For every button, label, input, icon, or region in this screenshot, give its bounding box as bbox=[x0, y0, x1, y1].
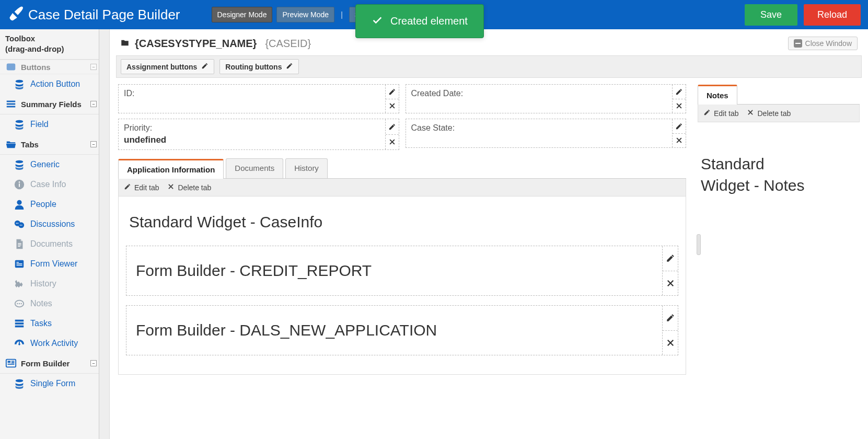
save-button[interactable]: Save bbox=[745, 4, 797, 26]
toolbox-item-history[interactable]: History bbox=[0, 274, 99, 294]
collapse-icon[interactable]: – bbox=[90, 360, 97, 366]
tab-history[interactable]: History bbox=[285, 158, 328, 178]
delete-field-button[interactable] bbox=[673, 133, 686, 148]
bars-icon bbox=[5, 98, 17, 110]
form-widget-title: Form Builder - CREDIT_REPORT bbox=[126, 246, 662, 295]
designer-canvas: {CASESYSTYPE_NAME} {CASEID} Close Window… bbox=[110, 29, 868, 439]
toolbox-item-documents[interactable]: Documents bbox=[0, 234, 99, 254]
edit-tab-button[interactable]: Edit tab bbox=[124, 183, 159, 192]
toolbox-item-people[interactable]: People bbox=[0, 194, 99, 214]
preview-mode-button[interactable]: Preview Mode bbox=[276, 7, 334, 22]
collapse-icon[interactable]: – bbox=[90, 101, 97, 107]
delete-widget-button[interactable] bbox=[663, 271, 678, 296]
form-widget-title: Form Builder - DALS_NEW_APPLICATION bbox=[126, 306, 662, 355]
edit-tab-button[interactable]: Edit tab bbox=[703, 109, 738, 118]
designer-mode-button[interactable]: Designer Mode bbox=[212, 7, 273, 22]
toolbox-item-case-info[interactable]: Case Info bbox=[0, 175, 99, 194]
collapse-icon[interactable]: – bbox=[90, 64, 97, 70]
tab-application-information[interactable]: Application Information bbox=[118, 159, 224, 179]
edit-field-button[interactable] bbox=[386, 119, 399, 134]
info-icon bbox=[14, 179, 25, 190]
sidebar-item-label: Documents bbox=[30, 239, 73, 249]
sidebar-item-label: Work Activity bbox=[30, 339, 78, 348]
sidebar-item-label: Form Viewer bbox=[30, 259, 77, 269]
close-window-button[interactable]: Close Window bbox=[788, 37, 858, 50]
delete-field-button[interactable] bbox=[386, 134, 399, 150]
summary-field-createddate[interactable]: Created Date: bbox=[406, 84, 687, 113]
x-icon bbox=[167, 183, 175, 192]
summary-field-casestate[interactable]: Case State: bbox=[406, 119, 687, 148]
delete-tab-button[interactable]: Delete tab bbox=[747, 109, 791, 118]
edit-field-button[interactable] bbox=[673, 85, 686, 99]
app-title: Case Detail Page Builder bbox=[7, 5, 180, 25]
toolbox-group-summary-fields[interactable]: Summary Fields – bbox=[0, 94, 99, 114]
tab-notes[interactable]: Notes bbox=[698, 85, 737, 105]
toolbox-title: Toolbox (drag-and-drop) bbox=[0, 29, 99, 60]
page-header-row: {CASESYSTYPE_NAME} {CASEID} Close Window bbox=[114, 29, 864, 55]
toolbox-item-work-activity[interactable]: Work Activity bbox=[0, 333, 99, 353]
main-tabset: Application InformationDocumentsHistory … bbox=[118, 158, 686, 375]
person-icon bbox=[14, 199, 25, 210]
action-button-bar: Assignment buttons Routing buttons bbox=[116, 55, 862, 78]
column-resize-handle[interactable] bbox=[697, 234, 701, 255]
toolbox-item-single-form[interactable]: Single Form bbox=[0, 374, 99, 394]
delete-tab-button[interactable]: Delete tab bbox=[167, 183, 211, 192]
sidebar-resize-gutter[interactable] bbox=[99, 29, 110, 439]
toolbox-sidebar: Toolbox (drag-and-drop) Buttons – Action… bbox=[0, 29, 99, 439]
tasks-icon bbox=[14, 318, 25, 329]
summary-field-id[interactable]: ID: bbox=[118, 84, 399, 113]
form-builder-widget[interactable]: Form Builder - CREDIT_REPORT bbox=[126, 246, 678, 296]
toolbox-group-buttons[interactable]: Buttons – bbox=[0, 60, 99, 74]
notes-icon bbox=[14, 298, 25, 309]
sidebar-item-label: Notes bbox=[30, 299, 52, 308]
sidebar-item-label: Case Info bbox=[30, 180, 66, 189]
toolbox-item-discussions[interactable]: Discussions bbox=[0, 214, 99, 234]
delete-field-button[interactable] bbox=[386, 99, 399, 113]
right-column: Notes Edit tab Delete tab Standard bbox=[698, 84, 860, 375]
sidebar-item-label: Generic bbox=[30, 160, 60, 169]
x-icon bbox=[747, 109, 754, 118]
edit-field-button[interactable] bbox=[386, 85, 399, 99]
reload-button[interactable]: Reload bbox=[804, 4, 861, 26]
caseinfo-widget-title: Standard Widget - CaseInfo bbox=[129, 213, 675, 231]
toast-message: Created element bbox=[390, 15, 468, 27]
edit-widget-button[interactable] bbox=[663, 306, 678, 330]
brush-icon bbox=[7, 5, 23, 25]
edit-widget-button[interactable] bbox=[663, 246, 678, 271]
toolbox-group-form-builder[interactable]: Form Builder – bbox=[0, 353, 99, 374]
field-label: ID: bbox=[124, 89, 380, 98]
toolbox-item-tasks[interactable]: Tasks bbox=[0, 314, 99, 333]
toolbox-group-tabs[interactable]: Tabs – bbox=[0, 134, 99, 155]
chat-icon bbox=[14, 218, 25, 230]
routing-buttons-chip[interactable]: Routing buttons bbox=[219, 59, 299, 74]
stack-icon bbox=[14, 159, 25, 170]
toolbox-item-form-viewer[interactable]: Form Viewer bbox=[0, 254, 99, 274]
collapse-icon[interactable]: – bbox=[90, 141, 97, 147]
gauge-icon bbox=[14, 338, 25, 349]
box-icon bbox=[5, 61, 17, 73]
check-icon bbox=[372, 14, 383, 28]
toolbox-item-action-button[interactable]: Action Button bbox=[0, 74, 99, 94]
tab-documents[interactable]: Documents bbox=[226, 158, 283, 178]
summary-field-priority[interactable]: Priority:undefined bbox=[118, 119, 399, 150]
toolbox-item-notes[interactable]: Notes bbox=[0, 294, 99, 314]
sidebar-item-label: Tasks bbox=[30, 319, 52, 328]
sidebar-item-label: People bbox=[30, 200, 56, 209]
header-separator: | bbox=[339, 10, 345, 19]
tab-bar: Application InformationDocumentsHistory bbox=[118, 158, 686, 179]
edit-field-button[interactable] bbox=[673, 119, 686, 133]
svg-rect-35 bbox=[7, 64, 15, 70]
assignment-buttons-chip[interactable]: Assignment buttons bbox=[121, 59, 214, 74]
sidebar-item-label: Discussions bbox=[30, 220, 75, 229]
toolbox-item-generic[interactable]: Generic bbox=[0, 155, 99, 175]
form-icon bbox=[14, 258, 25, 270]
notes-widget-title: Standard Widget - Notes bbox=[698, 122, 860, 227]
notes-tab-tools: Edit tab Delete tab bbox=[698, 105, 860, 122]
toolbox-item-field[interactable]: Field bbox=[0, 114, 99, 134]
folder-icon bbox=[120, 38, 130, 49]
field-label: Case State: bbox=[411, 123, 667, 133]
delete-widget-button[interactable] bbox=[663, 330, 678, 355]
form-builder-widget[interactable]: Form Builder - DALS_NEW_APPLICATION bbox=[126, 305, 678, 355]
case-systype-name: {CASESYSTYPE_NAME} bbox=[135, 38, 257, 50]
delete-field-button[interactable] bbox=[673, 99, 686, 113]
